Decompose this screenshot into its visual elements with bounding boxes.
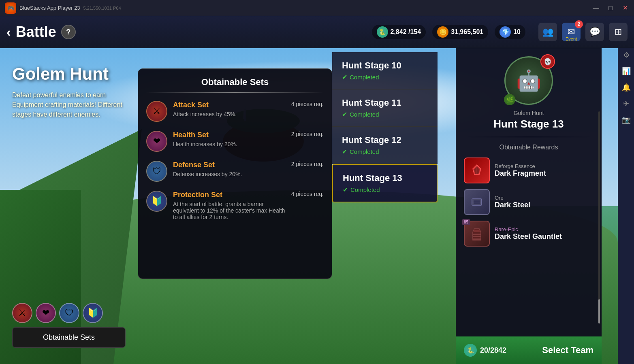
rewards-scrollbar[interactable]: [598, 111, 600, 324]
set-entry-defense: 🛡 Defense Set Defense increases by 20%. …: [146, 161, 324, 182]
detail-panel: 🤖 💀 🌿 Golem Hunt Hunt Stage 13 Obtainabl…: [456, 48, 602, 364]
rewards-title: Obtainable Rewards: [500, 144, 558, 151]
detail-divider: [464, 137, 593, 137]
stage-10-check-icon: ✔: [342, 73, 347, 81]
boss-portrait: 🤖 💀 🌿: [504, 56, 553, 105]
sidebar-icon-4[interactable]: ✈: [620, 97, 633, 110]
left-panel: Golem Hunt Defeat powerful enemies to ea…: [0, 48, 138, 364]
dark-steel-info: Ore Dark Steel: [495, 195, 530, 209]
stage-item-11[interactable]: Hunt Stage 11 ✔ Completed: [332, 89, 438, 127]
set-icons-row: ⚔ ❤ 🛡 🔰: [12, 303, 126, 323]
health-set-icon: ❤: [36, 303, 56, 323]
set-entry-protection: 🔰 Protection Set At the start of battle,…: [146, 191, 324, 220]
set-entry-attack: ⚔ Attack Set Attack increases by 45%. 4 …: [146, 101, 324, 122]
coin-resource: 🪙 31,965,501: [432, 25, 488, 39]
dark-steel-type: Ore: [495, 195, 530, 201]
rewards-scrollbar-thumb[interactable]: [598, 299, 600, 324]
stage-13-status: ✔ Completed: [343, 186, 427, 194]
restore-button[interactable]: □: [606, 4, 615, 12]
attack-set-desc: Attack increases by 45%.: [173, 111, 286, 117]
sidebar-icon-5[interactable]: 📷: [620, 113, 633, 126]
sidebar-icon-3[interactable]: 🔔: [620, 81, 633, 94]
window-controls: — □ ✕: [592, 4, 629, 12]
defense-set-desc: Defense increases by 20%.: [173, 171, 286, 177]
health-set-info: Health Set Health increases by 20%.: [173, 131, 286, 147]
sidebar-icon-1[interactable]: ⚙: [620, 49, 633, 62]
protection-set-info: Protection Set At the start of battle, g…: [173, 191, 286, 220]
snake-icon: 🐍: [377, 26, 388, 38]
defense-set-info: Defense Set Defense increases by 20%.: [173, 161, 286, 177]
dark-fragment-name: Dark Fragment: [495, 169, 546, 178]
health-set-req: 2 pieces req.: [291, 131, 324, 137]
hunt-stages-panel: Hunt Stage 10 ✔ Completed Hunt Stage 11 …: [332, 48, 438, 364]
modal-title: Obtainable Sets: [146, 77, 324, 87]
detail-subtitle: Golem Hunt: [514, 110, 544, 116]
stage-13-status-text: Completed: [350, 186, 380, 193]
select-team-button[interactable]: 🐍 20/2842 Select Team: [456, 336, 602, 364]
stage-13-check-icon: ✔: [343, 186, 348, 194]
stage-item-10[interactable]: Hunt Stage 10 ✔ Completed: [332, 52, 438, 89]
detail-title: Hunt Stage 13: [493, 118, 564, 130]
stage-13-title: Hunt Stage 13: [343, 173, 427, 183]
defense-set-name: Defense Set: [173, 161, 286, 169]
stage-11-check-icon: ✔: [342, 111, 347, 118]
stage-item-12[interactable]: Hunt Stage 12 ✔ Completed: [332, 127, 438, 164]
right-sidebar: ⚙ 📊 🔔 ✈ 📷: [618, 16, 634, 364]
defense-set-entry-icon: 🛡: [146, 161, 167, 182]
nav-action-icons: 👥 ✉ 2 Event 💬 ⊞: [538, 23, 628, 41]
modal-divider: [146, 92, 324, 93]
dark-steel-name: Dark Steel: [495, 201, 530, 209]
help-button[interactable]: ?: [61, 25, 76, 39]
stage-11-title: Hunt Stage 11: [342, 98, 428, 108]
guild-button[interactable]: 👥: [538, 23, 557, 41]
protection-set-icon: 🔰: [83, 303, 103, 323]
cost-value: 20/2842: [480, 346, 506, 355]
mail-button[interactable]: ✉ 2 Event: [562, 23, 581, 41]
protection-set-name: Protection Set: [173, 191, 286, 199]
stage-12-title: Hunt Stage 12: [342, 135, 428, 145]
dark-steel-icon: [464, 189, 490, 215]
attack-set-icon: ⚔: [12, 303, 32, 323]
protection-set-desc: At the start of battle, grants a barrier…: [173, 201, 286, 220]
hunt-title: Golem Hunt: [12, 64, 126, 84]
gauntlet-name: Dark Steel Gauntlet: [495, 232, 562, 241]
reward-entry-dark-fragment: Reforge Essence Dark Fragment: [464, 158, 593, 183]
app-title: BlueStacks App Player 23: [19, 5, 80, 11]
minimize-button[interactable]: —: [592, 4, 600, 12]
coin-icon: 🪙: [437, 26, 448, 38]
health-set-name: Health Set: [173, 131, 286, 139]
stage-item-13[interactable]: Hunt Stage 13 ✔ Completed: [332, 164, 438, 202]
page-title: Battle: [16, 23, 56, 40]
coin-value: 31,965,501: [451, 28, 483, 36]
main-content: Golem Hunt Defeat powerful enemies to ea…: [0, 48, 618, 364]
stage-10-status-text: Completed: [350, 74, 379, 81]
stage-12-check-icon: ✔: [342, 148, 347, 155]
sidebar-icon-2[interactable]: 📊: [620, 65, 633, 78]
resources-bar: 🐍 2,842 /154 🪙 31,965,501 💎 10 👥 ✉ 2 Eve…: [372, 23, 628, 41]
rarity-badge: 85: [462, 219, 470, 225]
chat-button[interactable]: 💬: [585, 23, 604, 41]
dark-fragment-type: Reforge Essence: [495, 163, 546, 169]
svg-rect-6: [473, 234, 481, 235]
protection-set-req: 4 pieces req.: [291, 191, 324, 197]
gauntlet-type: Rare-Epic: [495, 226, 562, 232]
select-team-label: Select Team: [542, 345, 593, 355]
stage-12-status: ✔ Completed: [342, 148, 428, 155]
menu-button[interactable]: ⊞: [609, 23, 628, 41]
attack-set-name: Attack Set: [173, 101, 286, 109]
back-arrow-icon: ‹: [6, 25, 11, 40]
event-label: Event: [562, 36, 581, 41]
title-bar: 🎮 BlueStacks App Player 23 5.21.550.1031…: [0, 0, 634, 16]
hunt-description: Defeat powerful enemies to earn Equipmen…: [12, 90, 126, 119]
health-set-desc: Health increases by 20%.: [173, 141, 286, 147]
dark-fragment-icon: [464, 158, 490, 183]
close-button[interactable]: ✕: [621, 4, 629, 12]
cost-icon: 🐍: [464, 344, 477, 357]
mail-badge: 2: [575, 20, 583, 28]
obtainable-sets-button[interactable]: Obtainable Sets: [12, 327, 126, 348]
stage-10-title: Hunt Stage 10: [342, 60, 428, 71]
back-button[interactable]: ‹ Battle: [6, 23, 56, 40]
reward-entry-dark-steel: Ore Dark Steel: [464, 189, 593, 215]
app-logo: 🎮: [5, 2, 16, 14]
set-entry-health: ❤ Health Set Health increases by 20%. 2 …: [146, 131, 324, 152]
